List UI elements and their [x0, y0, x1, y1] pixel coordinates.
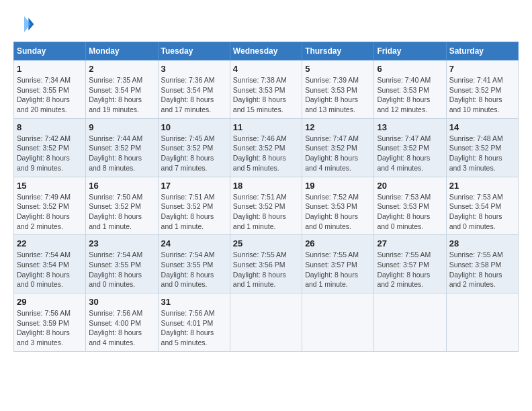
day-detail: Sunrise: 7:50 AMSunset: 3:52 PMDaylight:… [89, 192, 154, 232]
calendar-cell: 27Sunrise: 7:55 AMSunset: 3:57 PMDayligh… [374, 235, 446, 293]
day-number: 2 [89, 64, 154, 74]
calendar-cell: 15Sunrise: 7:49 AMSunset: 3:52 PMDayligh… [14, 177, 86, 235]
day-number: 24 [161, 238, 227, 248]
calendar-cell: 19Sunrise: 7:52 AMSunset: 3:53 PMDayligh… [302, 177, 374, 235]
calendar-cell: 31Sunrise: 7:56 AMSunset: 4:01 PMDayligh… [158, 293, 230, 352]
day-detail: Sunrise: 7:49 AMSunset: 3:52 PMDaylight:… [17, 192, 83, 232]
calendar-week-row: 15Sunrise: 7:49 AMSunset: 3:52 PMDayligh… [14, 177, 519, 235]
day-number: 19 [305, 181, 371, 191]
day-detail: Sunrise: 7:51 AMSunset: 3:52 PMDaylight:… [161, 192, 227, 232]
calendar-cell: 6Sunrise: 7:40 AMSunset: 3:53 PMDaylight… [374, 60, 446, 119]
day-detail: Sunrise: 7:53 AMSunset: 3:54 PMDaylight:… [449, 192, 515, 232]
day-detail: Sunrise: 7:54 AMSunset: 3:54 PMDaylight:… [17, 250, 83, 289]
weekday-header: Sunday [14, 42, 86, 60]
day-number: 5 [305, 64, 371, 74]
weekday-header: Thursday [302, 42, 374, 60]
day-number: 31 [161, 297, 227, 307]
day-detail: Sunrise: 7:39 AMSunset: 3:53 PMDaylight:… [305, 75, 371, 115]
day-detail: Sunrise: 7:55 AMSunset: 3:56 PMDaylight:… [233, 250, 299, 289]
day-detail: Sunrise: 7:48 AMSunset: 3:52 PMDaylight:… [449, 134, 515, 173]
day-detail: Sunrise: 7:55 AMSunset: 3:57 PMDaylight:… [377, 250, 443, 289]
calendar-cell: 25Sunrise: 7:55 AMSunset: 3:56 PMDayligh… [230, 235, 302, 293]
day-detail: Sunrise: 7:45 AMSunset: 3:52 PMDaylight:… [161, 134, 227, 173]
calendar-cell: 14Sunrise: 7:48 AMSunset: 3:52 PMDayligh… [446, 118, 518, 177]
calendar-week-row: 29Sunrise: 7:56 AMSunset: 3:59 PMDayligh… [14, 293, 519, 352]
calendar-cell: 9Sunrise: 7:44 AMSunset: 3:52 PMDaylight… [86, 118, 158, 177]
day-detail: Sunrise: 7:42 AMSunset: 3:52 PMDaylight:… [17, 134, 83, 173]
weekday-header: Friday [374, 42, 446, 60]
day-number: 7 [449, 64, 515, 74]
calendar-cell: 7Sunrise: 7:41 AMSunset: 3:52 PMDaylight… [446, 60, 518, 119]
calendar-week-row: 1Sunrise: 7:34 AMSunset: 3:55 PMDaylight… [14, 60, 519, 119]
day-number: 30 [89, 297, 154, 307]
calendar-cell: 1Sunrise: 7:34 AMSunset: 3:55 PMDaylight… [14, 60, 86, 119]
calendar-cell: 5Sunrise: 7:39 AMSunset: 3:53 PMDaylight… [302, 60, 374, 119]
day-detail: Sunrise: 7:55 AMSunset: 3:58 PMDaylight:… [449, 250, 515, 289]
calendar-cell: 13Sunrise: 7:47 AMSunset: 3:52 PMDayligh… [374, 118, 446, 177]
day-number: 20 [377, 181, 443, 191]
day-detail: Sunrise: 7:41 AMSunset: 3:52 PMDaylight:… [449, 75, 515, 115]
day-number: 14 [449, 122, 515, 132]
day-number: 15 [17, 181, 83, 191]
calendar-cell: 23Sunrise: 7:54 AMSunset: 3:55 PMDayligh… [86, 235, 158, 293]
day-number: 8 [17, 122, 83, 132]
calendar-cell: 18Sunrise: 7:51 AMSunset: 3:52 PMDayligh… [230, 177, 302, 235]
day-detail: Sunrise: 7:52 AMSunset: 3:53 PMDaylight:… [305, 192, 371, 232]
day-number: 13 [377, 122, 443, 132]
day-number: 18 [233, 181, 299, 191]
day-number: 1 [17, 64, 83, 74]
day-detail: Sunrise: 7:46 AMSunset: 3:52 PMDaylight:… [233, 134, 299, 173]
day-detail: Sunrise: 7:38 AMSunset: 3:53 PMDaylight:… [233, 75, 299, 115]
calendar-cell: 24Sunrise: 7:54 AMSunset: 3:55 PMDayligh… [158, 235, 230, 293]
calendar-cell: 11Sunrise: 7:46 AMSunset: 3:52 PMDayligh… [230, 118, 302, 177]
weekday-header: Tuesday [158, 42, 230, 60]
calendar-cell: 17Sunrise: 7:51 AMSunset: 3:52 PMDayligh… [158, 177, 230, 235]
day-detail: Sunrise: 7:40 AMSunset: 3:53 PMDaylight:… [377, 75, 443, 115]
calendar-cell: 3Sunrise: 7:36 AMSunset: 3:54 PMDaylight… [158, 60, 230, 119]
calendar-cell: 16Sunrise: 7:50 AMSunset: 3:52 PMDayligh… [86, 177, 158, 235]
day-detail: Sunrise: 7:54 AMSunset: 3:55 PMDaylight:… [161, 250, 227, 289]
calendar-cell: 8Sunrise: 7:42 AMSunset: 3:52 PMDaylight… [14, 118, 86, 177]
logo-icon [13, 13, 35, 35]
day-detail: Sunrise: 7:44 AMSunset: 3:52 PMDaylight:… [89, 134, 154, 173]
calendar-cell: 12Sunrise: 7:47 AMSunset: 3:52 PMDayligh… [302, 118, 374, 177]
day-number: 16 [89, 181, 154, 191]
calendar-cell: 10Sunrise: 7:45 AMSunset: 3:52 PMDayligh… [158, 118, 230, 177]
day-number: 12 [305, 122, 371, 132]
calendar-cell: 20Sunrise: 7:53 AMSunset: 3:53 PMDayligh… [374, 177, 446, 235]
logo [13, 13, 38, 35]
day-number: 9 [89, 122, 154, 132]
weekday-header: Monday [86, 42, 158, 60]
day-number: 29 [17, 297, 83, 307]
calendar-week-row: 22Sunrise: 7:54 AMSunset: 3:54 PMDayligh… [14, 235, 519, 293]
weekday-header-row: SundayMondayTuesdayWednesdayThursdayFrid… [14, 42, 519, 60]
calendar-cell: 29Sunrise: 7:56 AMSunset: 3:59 PMDayligh… [14, 293, 86, 352]
calendar-week-row: 8Sunrise: 7:42 AMSunset: 3:52 PMDaylight… [14, 118, 519, 177]
svg-marker-1 [24, 16, 31, 32]
calendar-cell: 28Sunrise: 7:55 AMSunset: 3:58 PMDayligh… [446, 235, 518, 293]
day-detail: Sunrise: 7:47 AMSunset: 3:52 PMDaylight:… [305, 134, 371, 173]
day-number: 23 [89, 238, 154, 248]
day-number: 27 [377, 238, 443, 248]
calendar-cell: 4Sunrise: 7:38 AMSunset: 3:53 PMDaylight… [230, 60, 302, 119]
day-number: 21 [449, 181, 515, 191]
calendar-cell: 21Sunrise: 7:53 AMSunset: 3:54 PMDayligh… [446, 177, 518, 235]
day-detail: Sunrise: 7:34 AMSunset: 3:55 PMDaylight:… [17, 75, 83, 115]
day-number: 26 [305, 238, 371, 248]
day-detail: Sunrise: 7:47 AMSunset: 3:52 PMDaylight:… [377, 134, 443, 173]
day-number: 3 [161, 64, 227, 74]
day-number: 11 [233, 122, 299, 132]
day-number: 10 [161, 122, 227, 132]
header [13, 13, 519, 35]
weekday-header: Wednesday [230, 42, 302, 60]
day-detail: Sunrise: 7:36 AMSunset: 3:54 PMDaylight:… [161, 75, 227, 115]
calendar-cell [374, 293, 446, 352]
calendar-cell: 26Sunrise: 7:55 AMSunset: 3:57 PMDayligh… [302, 235, 374, 293]
day-number: 22 [17, 238, 83, 248]
day-detail: Sunrise: 7:56 AMSunset: 4:01 PMDaylight:… [161, 308, 227, 348]
calendar-cell: 22Sunrise: 7:54 AMSunset: 3:54 PMDayligh… [14, 235, 86, 293]
day-number: 17 [161, 181, 227, 191]
calendar-cell: 2Sunrise: 7:35 AMSunset: 3:54 PMDaylight… [86, 60, 158, 119]
calendar-cell [230, 293, 302, 352]
day-detail: Sunrise: 7:51 AMSunset: 3:52 PMDaylight:… [233, 192, 299, 232]
